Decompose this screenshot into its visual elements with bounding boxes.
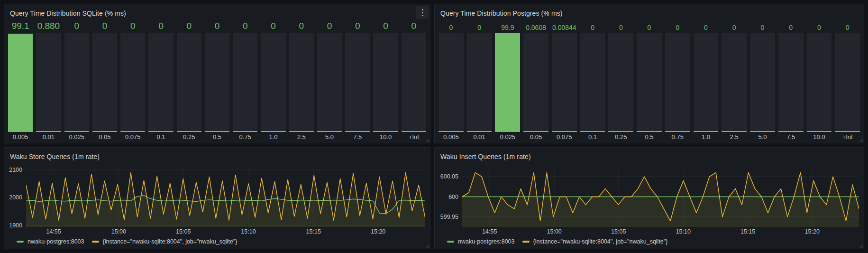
- chart-area: 600.05600599.95: [435, 163, 864, 227]
- bar-fill: [36, 131, 61, 132]
- x-axis-tick-label: 15:10: [241, 228, 256, 235]
- legend-series-swatch: [522, 241, 530, 243]
- bar-column: 05.0: [750, 20, 775, 141]
- legend-series-label: {instance="nwaku-sqlite:8004", job="nwak…: [533, 238, 668, 245]
- bar-track: [289, 33, 314, 132]
- legend-item[interactable]: {instance="nwaku-sqlite:8004", job="nwak…: [92, 238, 238, 245]
- resize-handle-icon[interactable]: [859, 138, 863, 142]
- resize-handle-icon[interactable]: [425, 244, 429, 248]
- bar-track: [807, 33, 832, 132]
- bar-track: [523, 33, 548, 132]
- legend-item[interactable]: {instance="nwaku-sqlite:8004", job="nwak…: [522, 238, 668, 245]
- bar-fill: [495, 33, 520, 132]
- x-axis-tick-label: 15:05: [611, 228, 626, 235]
- bar-fill: [580, 131, 605, 132]
- bar-x-label: 0.025: [64, 132, 89, 141]
- bar-column: 01.0: [261, 20, 285, 141]
- bar-column: 99.90.025: [495, 20, 520, 141]
- y-axis-tick-label: 600: [448, 194, 458, 200]
- bar-track: [552, 33, 577, 132]
- legend-item[interactable]: nwaku-postgres:8003: [17, 238, 84, 245]
- bar-x-label: +Inf: [402, 132, 426, 141]
- y-axis-tick-label: 1900: [9, 222, 22, 229]
- bar-fill: [345, 131, 370, 132]
- bar-value-label: 0: [722, 20, 747, 33]
- bar-track: [205, 33, 229, 132]
- bar-fill: [148, 131, 173, 132]
- bar-fill: [467, 131, 492, 132]
- bar-fill: [402, 131, 426, 132]
- bar-track: [835, 33, 860, 132]
- bar-fill: [317, 131, 342, 132]
- bar-x-label: 0.005: [8, 132, 33, 141]
- y-axis: 600.05600599.95: [435, 167, 462, 227]
- bar-x-label: 0.025: [495, 132, 520, 141]
- bar-value-label: 0: [345, 20, 370, 33]
- bar-fill: [120, 131, 145, 132]
- panel-query-time-sqlite: Query Time Distribution SQLite (% ms) 99…: [4, 4, 430, 143]
- legend: nwaku-postgres:8003{instance="nwaku-sqli…: [435, 236, 864, 249]
- bar-value-label: 0.0608: [523, 20, 548, 33]
- bar-value-label: 0.880: [36, 20, 61, 33]
- resize-handle-icon[interactable]: [859, 244, 863, 248]
- y-axis-tick-label: 2100: [9, 167, 22, 173]
- bar-value-label: 0: [807, 20, 832, 33]
- bar-value-label: 0: [148, 20, 173, 33]
- bar-value-label: 0: [665, 20, 690, 33]
- bar-x-label: 0.005: [439, 132, 464, 141]
- bar-fill: [205, 131, 229, 132]
- bar-value-label: 0: [637, 20, 662, 33]
- panel-header: Waku Insert Queries (1m rate): [435, 148, 864, 163]
- bar-x-label: 7.5: [778, 132, 804, 141]
- time-series-plot[interactable]: [26, 167, 425, 227]
- bar-track: [467, 33, 492, 132]
- bar-x-label: 0.75: [665, 132, 690, 141]
- bar-fill: [289, 131, 314, 132]
- panel-header: Waku Store Queries (1m rate): [4, 148, 430, 163]
- panel-header: Query Time Distribution Postgres (% ms): [435, 4, 864, 19]
- bar-track: [665, 33, 690, 132]
- bar-fill: [523, 131, 548, 132]
- bar-x-label: 0.5: [205, 132, 229, 141]
- bar-value-label: 99.9: [495, 20, 520, 33]
- bar-column: 02.5: [722, 20, 747, 141]
- panel-title[interactable]: Waku Store Queries (1m rate): [10, 153, 100, 160]
- legend-item[interactable]: nwaku-postgres:8003: [447, 238, 515, 245]
- bar-column: 02.5: [289, 20, 314, 141]
- bar-value-label: 0.00844: [552, 20, 577, 33]
- bar-x-label: 0.1: [148, 132, 173, 141]
- bar-column: 00.1: [148, 20, 173, 141]
- bar-value-label: 0: [233, 20, 257, 33]
- bar-column: 00.1: [580, 20, 605, 141]
- bar-column: 0.8800.01: [36, 20, 61, 141]
- bar-column: 0.008440.075: [552, 20, 577, 141]
- resize-handle-icon[interactable]: [425, 138, 429, 142]
- bar-column: 00.075: [120, 20, 145, 141]
- bar-x-label: 0.01: [36, 132, 61, 141]
- bar-column: 00.25: [177, 20, 201, 141]
- bar-x-label: 0.05: [92, 132, 117, 141]
- x-axis-tick-label: 14:55: [482, 228, 497, 235]
- bar-fill: [608, 131, 633, 132]
- bar-value-label: 0: [580, 20, 605, 33]
- x-axis-tick-label: 14:55: [46, 228, 61, 235]
- bar-x-label: 1.0: [694, 132, 719, 141]
- bar-x-label: 0.01: [467, 132, 492, 141]
- bar-value-label: 0: [261, 20, 285, 33]
- panel-title[interactable]: Waku Insert Queries (1m rate): [440, 153, 531, 160]
- bar-value-label: 99.1: [8, 20, 33, 33]
- panel-title[interactable]: Query Time Distribution Postgres (% ms): [440, 9, 563, 17]
- bar-column: 0.06080.05: [523, 20, 548, 141]
- bar-column: 01.0: [694, 20, 719, 141]
- x-axis-tick-label: 15:00: [111, 228, 126, 235]
- panel-title[interactable]: Query Time Distribution SQLite (% ms): [10, 9, 126, 17]
- x-axis-tick-label: 15:15: [740, 228, 755, 235]
- bar-gauge: 99.10.0050.8800.0100.02500.0500.07500.10…: [4, 19, 430, 143]
- bar-track: [750, 33, 775, 132]
- kebab-menu-icon[interactable]: [416, 6, 429, 19]
- x-axis-tick-label: 15:15: [306, 228, 321, 235]
- bar-x-label: 7.5: [345, 132, 370, 141]
- bar-column: 00.05: [92, 20, 117, 141]
- time-series-plot[interactable]: [462, 167, 859, 227]
- bar-track: [439, 33, 464, 132]
